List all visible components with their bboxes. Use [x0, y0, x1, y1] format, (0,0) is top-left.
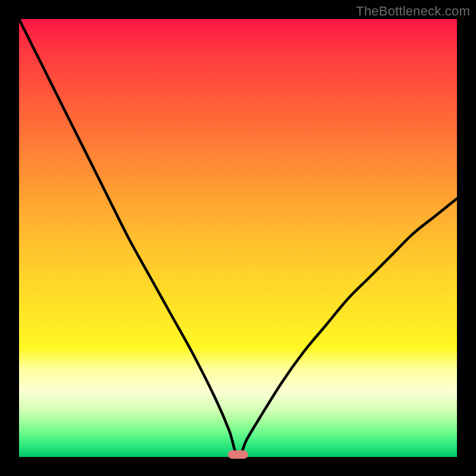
bottleneck-curve: [19, 19, 457, 457]
chart-frame: TheBottleneck.com: [0, 0, 476, 476]
plot-area: [19, 19, 457, 457]
curve-path: [19, 19, 457, 457]
watermark-text: TheBottleneck.com: [356, 4, 470, 19]
optimal-marker: [228, 450, 248, 459]
